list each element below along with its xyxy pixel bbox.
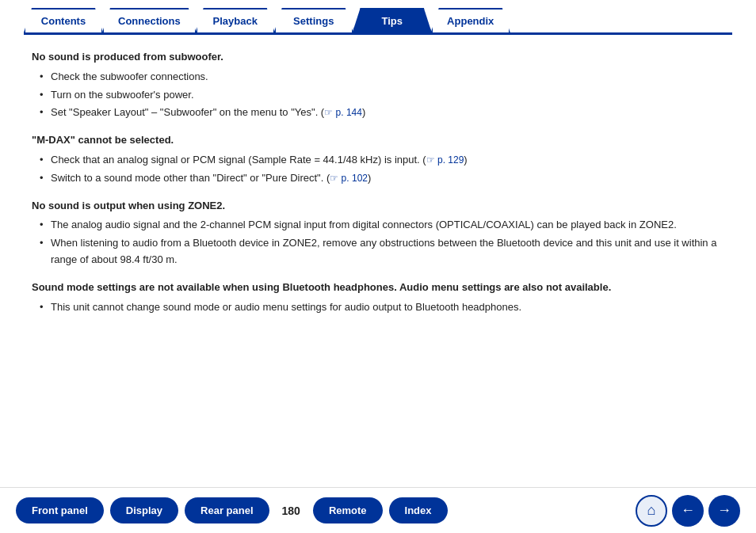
tab-tips[interactable]: Tips	[353, 8, 432, 32]
bottom-nav-right: ⌂ ← →	[636, 495, 740, 527]
rear-panel-button[interactable]: Rear panel	[185, 497, 269, 523]
bullet-item: Set "Speaker Layout" – "Subwoofer" on th…	[40, 105, 724, 121]
front-panel-button[interactable]: Front panel	[16, 497, 104, 523]
bullet-item: This unit cannot change sound mode or au…	[40, 299, 724, 316]
section-title-bluetooth-headphones: Sound mode settings are not available wh…	[32, 280, 724, 296]
page-number: 180	[282, 504, 300, 517]
bullet-list-mdax: Check that an analog signal or PCM signa…	[32, 152, 724, 187]
tab-contents[interactable]: Contents	[24, 8, 103, 32]
home-button[interactable]: ⌂	[636, 495, 667, 527]
tab-bar: ContentsConnectionsPlaybackSettingsTipsA…	[0, 8, 756, 32]
prev-button[interactable]: ←	[672, 495, 704, 527]
bullet-item: Check that an analog signal or PCM signa…	[40, 152, 724, 169]
bullet-list-bluetooth-headphones: This unit cannot change sound mode or au…	[32, 299, 724, 316]
tab-playback[interactable]: Playback	[196, 8, 275, 32]
next-icon: →	[717, 502, 731, 519]
home-icon: ⌂	[647, 502, 656, 519]
bottom-nav-left: Front panel Display Rear panel 180 Remot…	[16, 497, 448, 523]
main-content: No sound is produced from subwoofer.Chec…	[0, 35, 756, 328]
section-title-mdax: "M-DAX" cannot be selected.	[32, 132, 724, 149]
section-title-subwoofer: No sound is produced from subwoofer.	[32, 49, 724, 66]
tab-settings[interactable]: Settings	[274, 8, 353, 32]
remote-button[interactable]: Remote	[313, 497, 383, 523]
prev-icon: ←	[681, 502, 695, 519]
bullet-item: When listening to audio from a Bluetooth…	[40, 235, 724, 268]
bottom-bar: Front panel Display Rear panel 180 Remot…	[0, 487, 756, 533]
bullet-item: Check the subwoofer connections.	[40, 69, 724, 86]
bullet-item: Turn on the subwoofer's power.	[40, 87, 724, 104]
bullet-item: The analog audio signal and the 2-channe…	[40, 217, 724, 234]
next-button[interactable]: →	[708, 495, 740, 527]
tab-appendix[interactable]: Appendix	[431, 8, 510, 32]
bullet-list-zone2: The analog audio signal and the 2-channe…	[32, 217, 724, 268]
display-button[interactable]: Display	[110, 497, 178, 523]
bullet-list-subwoofer: Check the subwoofer connections.Turn on …	[32, 69, 724, 121]
index-button[interactable]: Index	[389, 497, 448, 523]
tab-connections[interactable]: Connections	[102, 8, 197, 32]
section-title-zone2: No sound is output when using ZONE2.	[32, 198, 724, 215]
bullet-item: Switch to a sound mode other than "Direc…	[40, 170, 724, 187]
